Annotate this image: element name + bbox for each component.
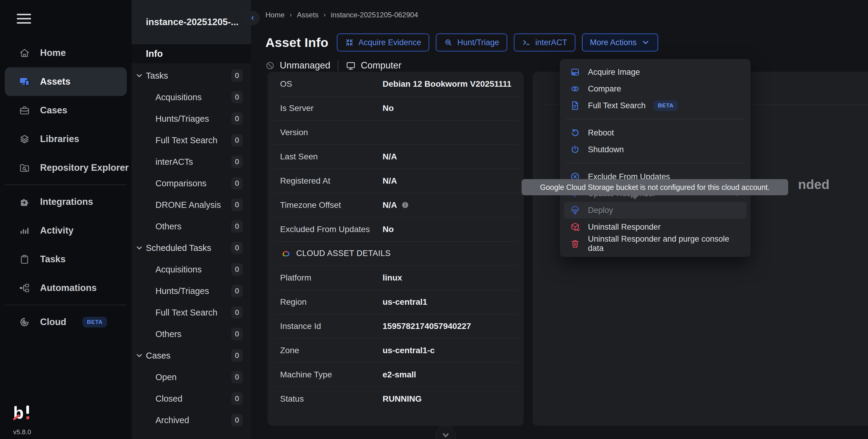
tree-row-label: Hunts/Triages [155, 286, 209, 296]
tree-row-label: interACTs [155, 157, 193, 167]
tree-row-others[interactable]: Others 0 [131, 323, 251, 345]
breadcrumb: Home › Assets › instance-20251205-062904… [266, 11, 418, 19]
tree-row-label: Tasks [146, 71, 168, 81]
action-button-hunt-triage[interactable]: Hunt/Triage [436, 33, 507, 52]
action-button-more-actions[interactable]: More Actions [582, 33, 658, 52]
tree-row-full-text-search[interactable]: Full Text Search 0 [131, 129, 251, 151]
breadcrumb-item[interactable]: instance-20251205-062904 [331, 11, 418, 19]
chevron-down-icon[interactable] [135, 71, 144, 80]
menu-toggle-icon[interactable] [17, 14, 31, 26]
menu-item-uninstall-responder[interactable]: Uninstall Responder [560, 218, 750, 235]
collapse-panel-button[interactable]: ‹ [246, 11, 259, 25]
tree-row-comparisons[interactable]: Comparisons 0 [131, 173, 251, 194]
tree-row-drone-analysis[interactable]: DRONE Analysis 0 [131, 194, 251, 215]
detail-value: N/A [382, 200, 397, 210]
button-label: Acquire Evidence [359, 38, 421, 47]
tree-row-archived[interactable]: Archived 0 [131, 409, 251, 431]
detail-row-platform: Platform linux [268, 266, 524, 290]
menu-item-shutdown[interactable]: Shutdown [560, 141, 750, 158]
sidebar-divider [5, 305, 127, 305]
tree-row-interacts[interactable]: interACTs 0 [131, 151, 251, 173]
menu-item-label: Compare [588, 84, 621, 94]
detail-row-region: Region us-central1 [268, 290, 524, 314]
hunt-icon [444, 38, 453, 47]
sidebar: Home Assets Cases Libraries [0, 0, 131, 439]
gcloud-icon [280, 249, 291, 258]
tree-row-tasks[interactable]: Tasks 0 [131, 65, 251, 86]
sidebar-item-home[interactable]: Home [0, 38, 131, 67]
sidebar-item-libraries[interactable]: Libraries [0, 125, 131, 153]
menu-item-deploy[interactable]: Deploy [564, 202, 746, 218]
tree-row-label: Acquisitions [155, 265, 202, 274]
home-icon [19, 48, 30, 58]
detail-label: OS [280, 79, 292, 89]
sidebar-item-repository-explorer[interactable]: Repository Explorer [0, 153, 131, 182]
menu-item-label: Full Text Search [588, 101, 646, 110]
section-title: CLOUD ASSET DETAILS [296, 249, 391, 258]
tree-row-full-text-search[interactable]: Full Text Search 0 [131, 302, 251, 323]
detail-row-version: Version [268, 120, 524, 144]
sidebar-item-cloud[interactable]: Cloud BETA [0, 308, 131, 336]
detail-value: N/A [382, 176, 397, 186]
sidebar-item-cases[interactable]: Cases [0, 96, 131, 125]
action-button-interact[interactable]: interACT [514, 33, 576, 52]
header-row: Asset Info Acquire Evidence Hunt/Triage [266, 33, 665, 52]
sidebar-item-assets[interactable]: Assets [5, 67, 127, 96]
sidebar-item-label: Automations [40, 283, 97, 293]
clipped-background-text: nded [798, 177, 830, 192]
sidebar-item-automations[interactable]: Automations [0, 274, 131, 302]
tree-row-cases[interactable]: Cases 0 [131, 345, 251, 366]
tree-row-open[interactable]: Open 0 [131, 366, 251, 388]
detail-row-is-server: Is Server No [268, 96, 524, 120]
tree-row-closed[interactable]: Closed 0 [131, 388, 251, 409]
chevron-down-icon[interactable] [135, 244, 144, 252]
breadcrumb-item[interactable]: Home [266, 11, 284, 19]
tab-info[interactable]: Info [131, 44, 251, 63]
count-badge: 0 [231, 242, 243, 254]
detail-row-registered-at: Registered At N/A [268, 169, 524, 193]
tree-row-acquisitions[interactable]: Acquisitions 0 [131, 86, 251, 108]
sidebar-item-integrations[interactable]: Integrations [0, 187, 131, 216]
tree-row-hunts-triages[interactable]: Hunts/Triages 0 [131, 280, 251, 302]
sidebar-item-label: Assets [40, 76, 70, 87]
menu-item-acquire-image[interactable]: Acquire Image [560, 64, 750, 81]
tree-row-others[interactable]: Others 0 [131, 215, 251, 237]
count-badge: 0 [231, 285, 243, 297]
count-badge: 0 [231, 134, 243, 147]
sidebar-item-label: Cloud [40, 317, 66, 327]
tree-row-label: Hunts/Triages [155, 114, 209, 124]
menu-item-reboot[interactable]: Reboot [560, 124, 750, 141]
chevron-down-icon [641, 38, 650, 47]
sidebar-item-activity[interactable]: Activity [0, 216, 131, 245]
menu-item-uninstall-responder-and-purge-console-data[interactable]: Uninstall Responder and purge console da… [560, 235, 750, 252]
count-badge: 0 [231, 112, 243, 125]
tree-row-label: Closed [155, 394, 182, 404]
compare-icon [570, 84, 580, 94]
binalyze-logo: b [13, 404, 43, 422]
breadcrumb-item[interactable]: Assets [297, 11, 318, 19]
cases-icon [19, 105, 30, 116]
count-badge: 0 [231, 155, 243, 168]
menu-item-compare[interactable]: Compare [560, 81, 750, 97]
chevron-down-icon[interactable] [135, 351, 144, 360]
more-actions-menu: Acquire Image Compare Full Text Search B… [560, 59, 750, 257]
detail-label: Excluded From Updates [280, 225, 370, 234]
detail-label: Is Server [280, 104, 314, 113]
tree-row-label: Cases [146, 351, 170, 361]
menu-item-full-text-search[interactable]: Full Text Search BETA [560, 97, 750, 114]
activity-icon [19, 225, 30, 236]
info-icon[interactable] [401, 201, 409, 209]
beta-badge: BETA [653, 100, 678, 111]
tree-row-acquisitions[interactable]: Acquisitions 0 [131, 259, 251, 280]
tree-row-hunts-triages[interactable]: Hunts/Triages 0 [131, 108, 251, 129]
libraries-icon [19, 134, 30, 144]
detail-value: linux [382, 273, 402, 283]
sidebar-item-label: Activity [40, 225, 73, 236]
menu-item-label: Acquire Image [588, 67, 640, 77]
detail-label: Platform [280, 273, 311, 283]
tree-row-scheduled-tasks[interactable]: Scheduled Tasks 0 [131, 237, 251, 259]
action-button-acquire-evidence[interactable]: Acquire Evidence [337, 33, 429, 52]
asset-panel-title: instance-20251205-... [131, 0, 251, 44]
sidebar-item-tasks[interactable]: Tasks [0, 245, 131, 274]
tree-row-label: Open [155, 372, 177, 382]
